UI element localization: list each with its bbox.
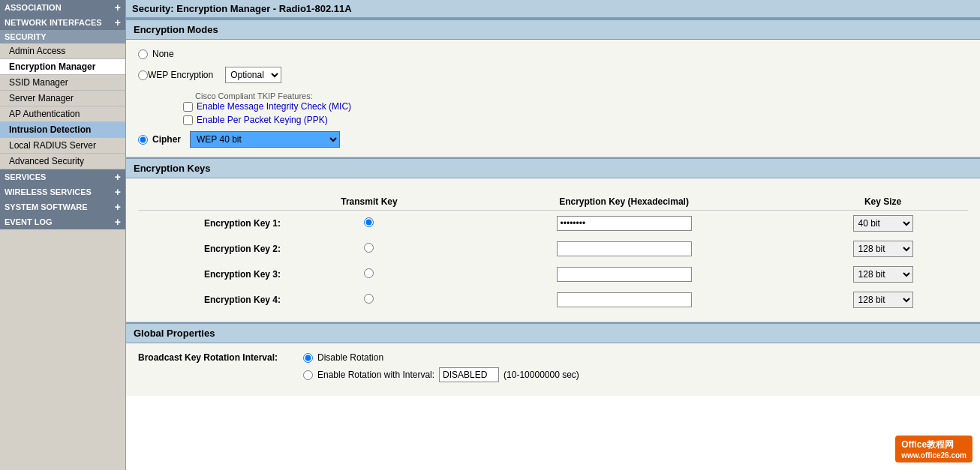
table-row: Encryption Key 3: 40 bit 128 bit bbox=[138, 262, 968, 287]
enable-rotation-label: Enable Rotation with Interval: bbox=[317, 370, 434, 380]
mic-row: Enable Message Integrity Check (MIC) bbox=[183, 101, 968, 112]
main-content: Security: Encryption Manager - Radio1-80… bbox=[126, 0, 980, 470]
key4-transmit-cell bbox=[288, 287, 450, 313]
sidebar-item-server-manager[interactable]: Server Manager bbox=[0, 91, 125, 106]
sidebar-section-wireless-services[interactable]: WIRELESS SERVICES + bbox=[0, 184, 125, 199]
key2-input[interactable] bbox=[557, 241, 692, 256]
mic-checkbox[interactable] bbox=[183, 102, 193, 112]
broadcast-row: Broadcast Key Rotation Interval: Disable… bbox=[138, 352, 968, 387]
sidebar-section-security: SECURITY bbox=[0, 30, 125, 43]
table-row: Encryption Key 1: 40 bit 128 bit bbox=[138, 211, 968, 237]
expand-icon: + bbox=[115, 217, 121, 227]
encryption-keys-header: Encryption Keys bbox=[126, 157, 980, 178]
wep-label: WEP Encryption bbox=[148, 70, 213, 80]
optional-select[interactable]: Optional Required bbox=[225, 67, 281, 83]
wep-radio[interactable] bbox=[138, 70, 148, 80]
watermark: Office教程网 www.office26.com bbox=[895, 436, 972, 463]
key2-transmit-cell bbox=[288, 236, 450, 262]
cipher-label: Cipher bbox=[152, 134, 181, 145]
sidebar-item-ssid-manager[interactable]: SSID Manager bbox=[0, 75, 125, 91]
sidebar-section-event-log[interactable]: EVENT LOG + bbox=[0, 214, 125, 229]
ppk-row: Enable Per Packet Keying (PPK) bbox=[183, 115, 968, 125]
key2-transmit-radio[interactable] bbox=[364, 243, 374, 253]
sidebar-section-network-interfaces[interactable]: NETWORK INTERFACES + bbox=[0, 15, 125, 30]
sidebar-item-advanced-security[interactable]: Advanced Security bbox=[0, 154, 125, 169]
tkip-features: Cisco Compliant TKIP Features: Enable Me… bbox=[183, 91, 968, 125]
key2-label: Encryption Key 2: bbox=[138, 236, 288, 262]
cisco-compliant-label: Cisco Compliant TKIP Features: bbox=[195, 91, 313, 100]
key3-size-cell: 40 bit 128 bit bbox=[798, 262, 968, 287]
rotation-range-label: (10-10000000 sec) bbox=[504, 370, 579, 380]
table-row: Encryption Key 4: 40 bit 128 bit bbox=[138, 287, 968, 313]
sidebar-item-local-radius-server[interactable]: Local RADIUS Server bbox=[0, 138, 125, 154]
expand-icon: + bbox=[115, 172, 121, 182]
sidebar-section-association[interactable]: ASSOCIATION + bbox=[0, 0, 125, 15]
expand-icon: + bbox=[115, 2, 121, 13]
col-transmit-key: Transmit Key bbox=[288, 193, 450, 211]
sidebar-item-encryption-manager[interactable]: Encryption Manager bbox=[0, 59, 125, 75]
wep-row: WEP Encryption Optional Required bbox=[138, 67, 968, 83]
none-radio[interactable] bbox=[138, 49, 148, 59]
watermark-line1: Office教程网 bbox=[901, 439, 966, 451]
key1-value-cell bbox=[450, 211, 798, 237]
key1-transmit-cell bbox=[288, 211, 450, 237]
key2-value-cell bbox=[450, 236, 798, 262]
global-properties-header: Global Properties bbox=[126, 322, 980, 343]
key1-transmit-radio[interactable] bbox=[364, 217, 374, 227]
col-empty bbox=[138, 193, 288, 211]
key4-transmit-radio[interactable] bbox=[364, 294, 374, 304]
key4-value-cell bbox=[450, 287, 798, 313]
cipher-row: Cipher WEP 40 bit WEP 128 bit TKIP AES C… bbox=[138, 131, 968, 148]
page-title: Security: Encryption Manager - Radio1-80… bbox=[126, 0, 980, 19]
disable-rotation-radio[interactable] bbox=[303, 353, 313, 363]
encryption-keys-content: Transmit Key Encryption Key (Hexadecimal… bbox=[126, 178, 980, 322]
expand-icon: + bbox=[115, 187, 121, 197]
key3-input[interactable] bbox=[557, 267, 692, 282]
cipher-radio[interactable] bbox=[138, 135, 148, 145]
key1-input[interactable] bbox=[557, 216, 692, 231]
key4-label: Encryption Key 4: bbox=[138, 287, 288, 313]
ppk-checkbox[interactable] bbox=[183, 115, 193, 125]
sidebar-item-intrusion-detection[interactable]: Intrusion Detection bbox=[0, 122, 125, 138]
key2-size-select[interactable]: 40 bit 128 bit bbox=[853, 241, 913, 257]
none-label: None bbox=[152, 49, 174, 59]
ppk-label: Enable Per Packet Keying (PPK) bbox=[197, 115, 328, 125]
col-enc-key: Encryption Key (Hexadecimal) bbox=[450, 193, 798, 211]
sidebar-item-admin-access[interactable]: Admin Access bbox=[0, 43, 125, 59]
disable-rotation-label: Disable Rotation bbox=[317, 352, 383, 363]
none-row: None bbox=[138, 49, 968, 59]
sidebar-section-system-software[interactable]: SYSTEM SOFTWARE + bbox=[0, 199, 125, 214]
key3-size-select[interactable]: 40 bit 128 bit bbox=[853, 266, 913, 283]
cipher-select[interactable]: WEP 40 bit WEP 128 bit TKIP AES CCM CKIP… bbox=[190, 131, 340, 148]
key4-size-select[interactable]: 40 bit 128 bit bbox=[853, 292, 913, 308]
encryption-modes-content: None WEP Encryption Optional Required Ci… bbox=[126, 40, 980, 157]
sidebar-item-ap-authentication[interactable]: AP Authentication bbox=[0, 106, 125, 122]
broadcast-key-label: Broadcast Key Rotation Interval: bbox=[138, 352, 303, 363]
mic-label: Enable Message Integrity Check (MIC) bbox=[197, 101, 351, 112]
key4-size-cell: 40 bit 128 bit bbox=[798, 287, 968, 313]
key3-value-cell bbox=[450, 262, 798, 287]
rotation-options: Disable Rotation Enable Rotation with In… bbox=[303, 352, 579, 387]
key3-transmit-radio[interactable] bbox=[364, 268, 374, 278]
key1-size-cell: 40 bit 128 bit bbox=[798, 211, 968, 237]
rotation-interval-input[interactable] bbox=[439, 367, 499, 382]
global-properties-content: Broadcast Key Rotation Interval: Disable… bbox=[126, 343, 980, 396]
enable-rotation-row: Enable Rotation with Interval: (10-10000… bbox=[303, 367, 579, 382]
encryption-modes-header: Encryption Modes bbox=[126, 19, 980, 40]
sidebar: ASSOCIATION + NETWORK INTERFACES + SECUR… bbox=[0, 0, 126, 470]
watermark-line2: www.office26.com bbox=[901, 451, 966, 460]
keys-table: Transmit Key Encryption Key (Hexadecimal… bbox=[138, 193, 968, 313]
disable-rotation-row: Disable Rotation bbox=[303, 352, 579, 363]
key2-size-cell: 40 bit 128 bit bbox=[798, 236, 968, 262]
table-row: Encryption Key 2: 40 bit 128 bit bbox=[138, 236, 968, 262]
key3-transmit-cell bbox=[288, 262, 450, 287]
key1-label: Encryption Key 1: bbox=[138, 211, 288, 237]
key1-size-select[interactable]: 40 bit 128 bit bbox=[853, 215, 913, 232]
expand-icon: + bbox=[115, 17, 121, 28]
enable-rotation-radio[interactable] bbox=[303, 370, 313, 380]
col-key-size: Key Size bbox=[798, 193, 968, 211]
sidebar-section-services[interactable]: SERVICES + bbox=[0, 169, 125, 184]
key4-input[interactable] bbox=[557, 292, 692, 307]
key3-label: Encryption Key 3: bbox=[138, 262, 288, 287]
expand-icon: + bbox=[115, 202, 121, 212]
